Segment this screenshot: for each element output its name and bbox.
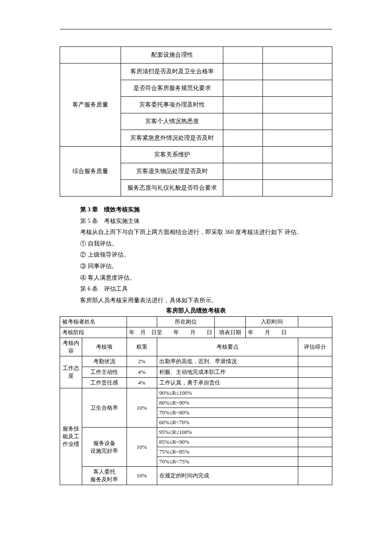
criteria-table: 配套设施合理性 客产服务质量 客房清扫是否及时及卫生合格率 是否符合客房服务规范… xyxy=(60,46,332,197)
col-points: 考核要点 xyxy=(157,338,298,356)
point-cell: 在规定的时间内完成 xyxy=(157,467,298,485)
point-cell: 积极、主动地完成本职工作 xyxy=(157,367,298,378)
point-cell: 70%≤R<80% xyxy=(157,408,298,418)
article-heading: 第 6 条 评估工具 xyxy=(80,283,332,295)
document-page: 配套设施合理性 客产服务质量 客房清扫是否及时及卫生合格率 是否符合客房服务规范… xyxy=(30,0,362,514)
evaluation-table: 被考核者姓名 所在岗位 入职时间 考核阶段 年 月 日至 年 月 日 填表日期 … xyxy=(60,316,332,485)
category-cell: 客产服务质量 xyxy=(60,64,121,147)
table-row: 工作态度 考勤状况 2% 出勤率的高低，迟到、早退情况 xyxy=(60,356,332,367)
table-row: 考核阶段 年 月 日至 年 月 日 填表日期 年 月 日 xyxy=(60,327,332,338)
point-cell: 75%≤R<85% xyxy=(157,447,298,457)
point-cell: 工作认真，勇于承担责任 xyxy=(157,378,298,388)
list-item: ② 上级领导评估。 xyxy=(80,249,332,261)
weight-cell: 4% xyxy=(127,378,157,388)
table-row: 客人委托服务及时率 10% 在规定的时间内完成 xyxy=(60,467,332,485)
cell: 配套设施合理性 xyxy=(121,47,223,64)
point-cell: 70%≤R<75% xyxy=(157,457,298,467)
category-cell: 服务技能及工作业绩 xyxy=(60,388,82,485)
label-fill-date: 填表日期 xyxy=(214,327,246,338)
cell: 宾客关系维护 xyxy=(121,147,223,163)
paragraph: 客房部人员考核采用量表法进行，具体如下表所示。 xyxy=(80,295,332,306)
cell: 宾客委托事项办理及时性 xyxy=(121,97,223,113)
page-top-rule xyxy=(60,29,332,29)
category-cell: 综合服务质量 xyxy=(60,147,121,197)
cell: 宾客遗失物品处理是否及时 xyxy=(121,163,223,180)
col-weight: 权重 xyxy=(127,338,157,356)
article-heading: 第 5 条 考核实施主体 xyxy=(80,216,332,227)
cell: 是否符合客房服务规范化要求 xyxy=(121,80,223,97)
col-content: 考核内容 xyxy=(60,338,82,356)
item-cell: 卫生合格率 xyxy=(82,388,127,428)
point-cell: 80%≤R<90% xyxy=(157,398,298,408)
weight-cell: 2% xyxy=(127,356,157,367)
label-period: 考核阶段 xyxy=(60,327,127,338)
point-cell: 出勤率的高低，迟到、早退情况 xyxy=(157,356,298,367)
weight-cell: 10% xyxy=(127,467,157,485)
table-title: 客房部人员绩效考核表 xyxy=(60,307,332,315)
col-item: 考核项 xyxy=(82,338,127,356)
value-period: 年 月 日至 年 月 日 xyxy=(127,327,214,338)
body-text: 第 3 章 绩效考核实施 第 5 条 考核实施主体 考核从自上而下与自下而上两方… xyxy=(60,204,332,306)
value-fill-date: 年 月 日 xyxy=(246,327,332,338)
item-cell: 考勤状况 xyxy=(82,356,127,367)
point-cell: 85%≤R<90% xyxy=(157,437,298,447)
table-row: 工作主动性 4% 积极、主动地完成本职工作 xyxy=(60,367,332,378)
category-cell: 工作态度 xyxy=(60,356,82,388)
list-item: ④ 客人满意度评估。 xyxy=(80,272,332,284)
weight-cell: 4% xyxy=(127,367,157,378)
table-row: 客产服务质量 客房清扫是否及时及卫生合格率 xyxy=(60,64,332,80)
point-cell: 95%≤R≤100% xyxy=(157,428,298,437)
chapter-title: 第 3 章 绩效考核实施 xyxy=(80,204,332,216)
weight-cell: 10% xyxy=(127,428,157,467)
label-position: 所在岗位 xyxy=(157,317,214,327)
cell: 服务态度与礼仪礼貌是否符合要求 xyxy=(121,180,223,197)
point-cell: 90%≤R≤100% xyxy=(157,388,298,398)
table-row: 考核内容 考核项 权重 考核要点 评估得分 xyxy=(60,338,332,356)
cell: 宾客紧急意外情况处理是否及时 xyxy=(121,130,223,147)
item-cell: 服务设备设施完好率 xyxy=(82,428,127,467)
cell: 宾客个人情况熟悉度 xyxy=(121,113,223,130)
col-score: 评估得分 xyxy=(298,338,332,356)
list-item: ① 自我评估。 xyxy=(80,238,332,250)
label-entry-time: 入职时间 xyxy=(246,317,298,327)
item-cell: 客人委托服务及时率 xyxy=(82,467,127,485)
table-row: 被考核者姓名 所在岗位 入职时间 xyxy=(60,317,332,327)
table-row: 综合服务质量 宾客关系维护 xyxy=(60,147,332,163)
table-row: 服务设备设施完好率 10% 95%≤R≤100% xyxy=(60,428,332,437)
label-name: 被考核者姓名 xyxy=(60,317,127,327)
table-row: 服务技能及工作业绩 卫生合格率 10% 90%≤R≤100% xyxy=(60,388,332,398)
cell: 客房清扫是否及时及卫生合格率 xyxy=(121,64,223,80)
weight-cell: 10% xyxy=(127,388,157,428)
item-cell: 工作主动性 xyxy=(82,367,127,378)
table-row: 配套设施合理性 xyxy=(60,47,332,64)
point-cell: 60%≤R<70% xyxy=(157,418,298,428)
list-item: ③ 同事评估。 xyxy=(80,261,332,272)
paragraph: 考核从自上而下与自下而上两方面相结合进行，即采取 360 度考核法进行如下 评估… xyxy=(80,227,332,238)
item-cell: 工作责任感 xyxy=(82,378,127,388)
table-row: 工作责任感 4% 工作认真，勇于承担责任 xyxy=(60,378,332,388)
